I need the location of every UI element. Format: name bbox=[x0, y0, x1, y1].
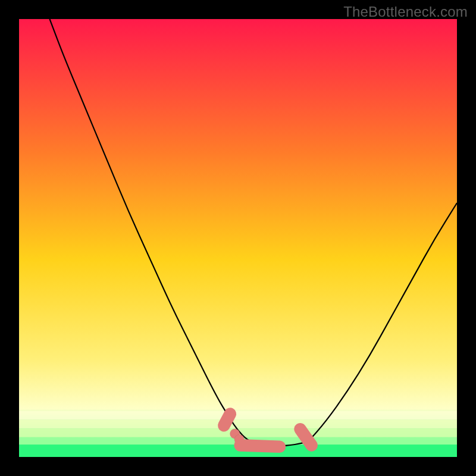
gradient-background bbox=[19, 19, 457, 457]
svg-rect-1 bbox=[19, 419, 457, 428]
chart-frame: TheBottleneck.com bbox=[0, 0, 476, 476]
svg-rect-0 bbox=[19, 411, 457, 420]
marker-capsule bbox=[224, 414, 230, 426]
watermark-text: TheBottleneck.com bbox=[343, 4, 468, 20]
marker-capsule bbox=[240, 445, 280, 446]
chart-svg bbox=[19, 19, 457, 457]
plot-area bbox=[19, 19, 457, 457]
